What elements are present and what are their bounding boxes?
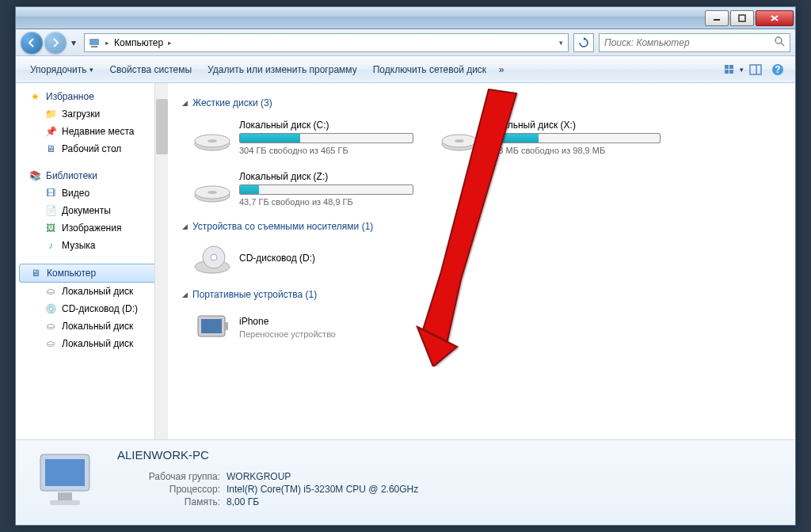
refresh-button[interactable] [573,33,594,52]
nav-history-dropdown[interactable]: ▾ [68,32,79,54]
toolbar: Упорядочить ▾ Свойства системы Удалить и… [16,56,795,83]
map-network-drive-button[interactable]: Подключить сетевой диск [365,61,494,78]
uninstall-program-button[interactable]: Удалить или изменить программу [200,61,365,78]
view-options-button[interactable]: ▾ [722,59,744,80]
navigation-pane: ★ Избранное 📁Загрузки 📌Недавние места 🖥Р… [16,83,168,367]
cpu-value: Intel(R) Core(TM) i5-3230M CPU @ 2.60GHz [227,484,418,495]
capacity-bar [239,133,413,143]
sidebar-item-local-disk[interactable]: ⛀Локальный диск [16,335,167,352]
maximize-button[interactable] [730,10,754,26]
svg-rect-1 [739,15,745,21]
drive-x[interactable]: Локальный диск (X:) 69,8 МБ свободно из … [437,116,675,158]
svg-rect-30 [225,322,228,330]
drive-label: Локальный диск (C:) [239,120,425,131]
help-button[interactable]: ? [767,59,789,80]
drive-z[interactable]: Локальный диск (Z:) 43,7 ГБ свободно из … [190,168,428,210]
sidebar-item-local-disk[interactable]: ⛀Локальный диск [16,317,167,335]
svg-line-7 [781,43,784,46]
search-input[interactable] [604,37,774,48]
titlebar [16,7,795,29]
recent-icon: 📌 [44,125,57,138]
drive-d-cd[interactable]: CD-дисковод (D:) [190,240,428,278]
system-properties-button[interactable]: Свойства системы [101,61,200,78]
close-button[interactable] [756,10,794,26]
free-space-text: 43,7 ГБ свободно из 48,9 ГБ [239,197,425,207]
hdd-icon [193,173,231,205]
drive-c[interactable]: Локальный диск (C:) 304 ГБ свободно из 4… [190,116,428,158]
address-bar: ▾ ▸ Компьютер ▸ ▾ [16,29,795,56]
section-portable[interactable]: ◢Портативные устройства (1) [182,289,781,300]
search-icon [774,36,785,49]
details-title: ALIENWORK-PC [117,448,782,462]
pictures-icon: 🖼 [44,222,57,234]
music-icon: ♪ [44,239,57,252]
cpu-label: Процессор: [117,484,220,495]
drive-label: Локальный диск (X:) [486,120,672,131]
portable-device-icon [193,311,231,343]
svg-point-18 [208,139,217,142]
chevron-right-icon[interactable]: ▸ [166,39,173,47]
cd-drive-icon [193,243,231,275]
svg-rect-36 [50,500,80,505]
computer-icon [88,36,101,49]
section-hard-disks[interactable]: ◢Жесткие диски (3) [182,97,781,108]
svg-point-21 [455,139,464,142]
svg-rect-11 [729,70,733,74]
collapse-icon: ◢ [182,99,188,107]
svg-rect-8 [725,65,729,69]
breadcrumb-location[interactable]: Компьютер [114,37,163,48]
device-type-text: Переносное устройство [239,329,425,339]
sidebar-item-pictures[interactable]: 🖼Изображения [16,219,167,237]
sidebar-item-recent[interactable]: 📌Недавние места [16,123,167,140]
sidebar-item-cd-drive[interactable]: 💿CD-дисковод (D:) [16,300,167,317]
sidebar-computer[interactable]: 🖥 Компьютер [19,264,164,283]
content-pane: ◢Жесткие диски (3) Локальный диск (C:) 3… [168,83,795,439]
workgroup-value: WORKGROUP [227,471,291,482]
details-pane: ALIENWORK-PC Рабочая группа:WORKGROUP Пр… [16,439,795,525]
free-space-text: 304 ГБ свободно из 465 ГБ [239,146,425,155]
capacity-bar [486,133,661,143]
search-box[interactable] [599,33,790,52]
sidebar-item-downloads[interactable]: 📁Загрузки [16,105,167,123]
svg-rect-35 [58,492,72,500]
section-removable[interactable]: ◢Устройства со съемными носителями (1) [182,221,781,232]
sidebar-scrollbar[interactable] [154,83,168,439]
organize-menu[interactable]: Упорядочить ▾ [22,61,101,78]
breadcrumb[interactable]: ▸ Компьютер ▸ ▾ [84,33,569,52]
hdd-icon: ⛀ [44,285,57,298]
svg-rect-4 [89,39,99,45]
minimize-button[interactable] [705,10,729,26]
svg-rect-34 [45,459,85,486]
svg-text:?: ? [775,64,780,75]
sidebar-item-videos[interactable]: 🎞Видео [16,184,167,202]
svg-rect-12 [750,65,761,74]
hdd-icon [440,122,478,154]
svg-rect-10 [725,70,729,74]
document-icon: 📄 [44,204,57,217]
device-label: iPhone [239,316,425,327]
preview-pane-button[interactable] [744,59,767,80]
sidebar-favorites[interactable]: ★ Избранное [16,88,167,105]
forward-button[interactable] [44,32,67,54]
svg-rect-9 [729,65,733,69]
sidebar-libraries[interactable]: 📚 Библиотеки [16,167,167,184]
hdd-icon: ⛀ [44,337,57,350]
sidebar-item-desktop[interactable]: 🖥Рабочий стол [16,140,167,158]
folder-icon: 📁 [44,108,57,120]
drive-label: CD-дисковод (D:) [239,253,425,264]
computer-large-icon [29,448,105,511]
drive-label: Локальный диск (Z:) [239,171,425,182]
video-icon: 🎞 [44,187,57,200]
sidebar-item-local-disk[interactable]: ⛀Локальный диск [16,283,167,300]
sidebar-item-music[interactable]: ♪Музыка [16,237,167,254]
collapse-icon: ◢ [182,291,188,298]
back-button[interactable] [21,32,43,54]
chevron-down-icon[interactable]: ▾ [558,39,565,47]
workgroup-label: Рабочая группа: [117,471,220,482]
sidebar-item-documents[interactable]: 📄Документы [16,202,167,219]
toolbar-overflow[interactable]: » [494,64,508,75]
svg-rect-5 [91,46,97,48]
device-iphone[interactable]: iPhone Переносное устройство [190,308,428,346]
explorer-window: ▾ ▸ Компьютер ▸ ▾ Упорядочить ▾ Свойства… [15,6,796,526]
chevron-right-icon: ▸ [104,39,111,47]
